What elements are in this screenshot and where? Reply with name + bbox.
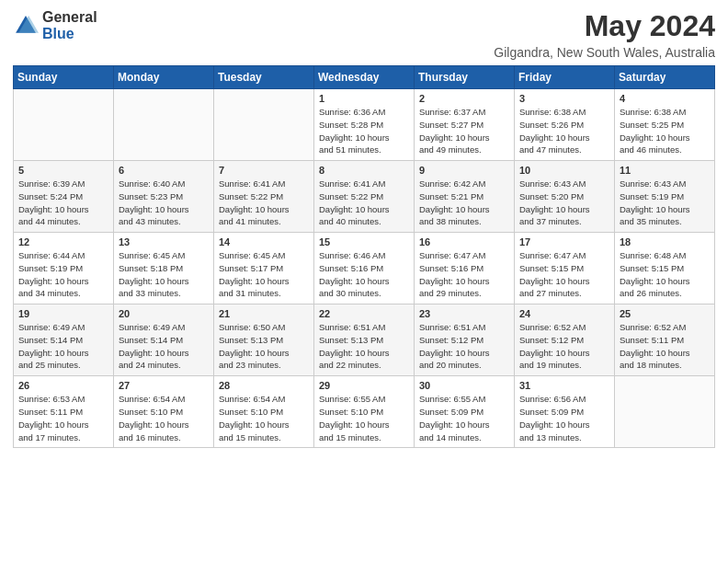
day-info: Sunrise: 6:48 AMSunset: 5:15 PMDaylight:… bbox=[620, 249, 710, 300]
table-row: 30Sunrise: 6:55 AMSunset: 5:09 PMDayligh… bbox=[415, 376, 515, 448]
day-number: 15 bbox=[319, 236, 409, 247]
day-number: 18 bbox=[620, 236, 710, 247]
day-info: Sunrise: 6:46 AMSunset: 5:16 PMDaylight:… bbox=[319, 249, 409, 300]
day-number: 31 bbox=[519, 380, 609, 391]
day-info: Sunrise: 6:49 AMSunset: 5:14 PMDaylight:… bbox=[119, 321, 209, 372]
table-row: 18Sunrise: 6:48 AMSunset: 5:15 PMDayligh… bbox=[615, 233, 715, 304]
day-number: 10 bbox=[519, 165, 609, 176]
day-info: Sunrise: 6:37 AMSunset: 5:27 PMDaylight:… bbox=[419, 106, 509, 156]
col-monday: Monday bbox=[114, 66, 214, 89]
table-row: 11Sunrise: 6:43 AMSunset: 5:19 PMDayligh… bbox=[615, 161, 715, 233]
logo-text: General Blue bbox=[42, 9, 97, 41]
logo-icon bbox=[13, 13, 39, 39]
day-info: Sunrise: 6:56 AMSunset: 5:09 PMDaylight:… bbox=[519, 393, 609, 443]
day-info: Sunrise: 6:41 AMSunset: 5:22 PMDaylight:… bbox=[219, 178, 309, 228]
day-info: Sunrise: 6:55 AMSunset: 5:10 PMDaylight:… bbox=[319, 393, 409, 443]
table-row bbox=[14, 89, 114, 161]
day-number: 21 bbox=[219, 308, 309, 319]
table-row: 22Sunrise: 6:51 AMSunset: 5:13 PMDayligh… bbox=[314, 304, 415, 376]
day-number: 16 bbox=[419, 236, 509, 247]
table-row: 17Sunrise: 6:47 AMSunset: 5:15 PMDayligh… bbox=[515, 233, 615, 304]
day-number: 9 bbox=[419, 165, 509, 176]
table-row: 8Sunrise: 6:41 AMSunset: 5:22 PMDaylight… bbox=[314, 161, 415, 233]
day-info: Sunrise: 6:51 AMSunset: 5:12 PMDaylight:… bbox=[419, 321, 509, 372]
day-number: 2 bbox=[419, 93, 509, 104]
table-row bbox=[615, 376, 715, 448]
day-number: 13 bbox=[119, 236, 209, 247]
calendar-week-row: 5Sunrise: 6:39 AMSunset: 5:24 PMDaylight… bbox=[14, 161, 715, 233]
day-number: 6 bbox=[119, 165, 209, 176]
logo: General Blue bbox=[13, 9, 97, 41]
table-row: 27Sunrise: 6:54 AMSunset: 5:10 PMDayligh… bbox=[114, 376, 214, 448]
day-info: Sunrise: 6:45 AMSunset: 5:18 PMDaylight:… bbox=[119, 249, 209, 300]
calendar-week-row: 1Sunrise: 6:36 AMSunset: 5:28 PMDaylight… bbox=[14, 89, 715, 161]
day-number: 7 bbox=[219, 165, 309, 176]
title-area: May 2024 Gilgandra, New South Wales, Aus… bbox=[494, 9, 715, 60]
day-info: Sunrise: 6:43 AMSunset: 5:19 PMDaylight:… bbox=[620, 178, 710, 228]
table-row: 7Sunrise: 6:41 AMSunset: 5:22 PMDaylight… bbox=[214, 161, 314, 233]
day-number: 3 bbox=[519, 93, 609, 104]
day-number: 12 bbox=[18, 236, 108, 247]
calendar-week-row: 26Sunrise: 6:53 AMSunset: 5:11 PMDayligh… bbox=[14, 376, 715, 448]
header: General Blue May 2024 Gilgandra, New Sou… bbox=[13, 9, 715, 60]
table-row: 31Sunrise: 6:56 AMSunset: 5:09 PMDayligh… bbox=[515, 376, 615, 448]
day-info: Sunrise: 6:45 AMSunset: 5:17 PMDaylight:… bbox=[219, 249, 309, 300]
table-row: 19Sunrise: 6:49 AMSunset: 5:14 PMDayligh… bbox=[14, 304, 114, 376]
table-row: 9Sunrise: 6:42 AMSunset: 5:21 PMDaylight… bbox=[415, 161, 515, 233]
day-info: Sunrise: 6:40 AMSunset: 5:23 PMDaylight:… bbox=[119, 178, 209, 228]
day-number: 24 bbox=[519, 308, 609, 319]
day-number: 29 bbox=[319, 380, 409, 391]
col-saturday: Saturday bbox=[615, 66, 715, 89]
logo-blue-text: Blue bbox=[42, 26, 97, 42]
table-row: 1Sunrise: 6:36 AMSunset: 5:28 PMDaylight… bbox=[314, 89, 415, 161]
table-row: 16Sunrise: 6:47 AMSunset: 5:16 PMDayligh… bbox=[415, 233, 515, 304]
table-row: 12Sunrise: 6:44 AMSunset: 5:19 PMDayligh… bbox=[14, 233, 114, 304]
day-number: 14 bbox=[219, 236, 309, 247]
table-row: 10Sunrise: 6:43 AMSunset: 5:20 PMDayligh… bbox=[515, 161, 615, 233]
day-info: Sunrise: 6:36 AMSunset: 5:28 PMDaylight:… bbox=[319, 106, 409, 156]
table-row: 20Sunrise: 6:49 AMSunset: 5:14 PMDayligh… bbox=[114, 304, 214, 376]
day-number: 8 bbox=[319, 165, 409, 176]
day-info: Sunrise: 6:44 AMSunset: 5:19 PMDaylight:… bbox=[18, 249, 108, 300]
table-row: 13Sunrise: 6:45 AMSunset: 5:18 PMDayligh… bbox=[114, 233, 214, 304]
calendar-header-row: Sunday Monday Tuesday Wednesday Thursday… bbox=[14, 66, 715, 89]
day-number: 23 bbox=[419, 308, 509, 319]
day-info: Sunrise: 6:42 AMSunset: 5:21 PMDaylight:… bbox=[419, 178, 509, 228]
day-info: Sunrise: 6:52 AMSunset: 5:12 PMDaylight:… bbox=[519, 321, 609, 372]
table-row: 6Sunrise: 6:40 AMSunset: 5:23 PMDaylight… bbox=[114, 161, 214, 233]
day-info: Sunrise: 6:54 AMSunset: 5:10 PMDaylight:… bbox=[219, 393, 309, 443]
table-row: 2Sunrise: 6:37 AMSunset: 5:27 PMDaylight… bbox=[415, 89, 515, 161]
day-number: 30 bbox=[419, 380, 509, 391]
table-row: 5Sunrise: 6:39 AMSunset: 5:24 PMDaylight… bbox=[14, 161, 114, 233]
day-info: Sunrise: 6:39 AMSunset: 5:24 PMDaylight:… bbox=[18, 178, 108, 228]
table-row: 23Sunrise: 6:51 AMSunset: 5:12 PMDayligh… bbox=[415, 304, 515, 376]
day-number: 22 bbox=[319, 308, 409, 319]
table-row: 29Sunrise: 6:55 AMSunset: 5:10 PMDayligh… bbox=[314, 376, 415, 448]
day-info: Sunrise: 6:52 AMSunset: 5:11 PMDaylight:… bbox=[620, 321, 710, 372]
main-title: May 2024 bbox=[494, 9, 715, 43]
day-number: 26 bbox=[18, 380, 108, 391]
day-info: Sunrise: 6:53 AMSunset: 5:11 PMDaylight:… bbox=[18, 393, 108, 443]
table-row bbox=[214, 89, 314, 161]
col-wednesday: Wednesday bbox=[314, 66, 415, 89]
table-row: 26Sunrise: 6:53 AMSunset: 5:11 PMDayligh… bbox=[14, 376, 114, 448]
day-number: 11 bbox=[620, 165, 710, 176]
day-info: Sunrise: 6:50 AMSunset: 5:13 PMDaylight:… bbox=[219, 321, 309, 372]
day-number: 17 bbox=[519, 236, 609, 247]
day-number: 5 bbox=[18, 165, 108, 176]
day-info: Sunrise: 6:47 AMSunset: 5:16 PMDaylight:… bbox=[419, 249, 509, 300]
day-number: 28 bbox=[219, 380, 309, 391]
day-number: 20 bbox=[119, 308, 209, 319]
subtitle: Gilgandra, New South Wales, Australia bbox=[494, 45, 715, 60]
table-row: 25Sunrise: 6:52 AMSunset: 5:11 PMDayligh… bbox=[615, 304, 715, 376]
col-thursday: Thursday bbox=[415, 66, 515, 89]
day-info: Sunrise: 6:47 AMSunset: 5:15 PMDaylight:… bbox=[519, 249, 609, 300]
page: General Blue May 2024 Gilgandra, New Sou… bbox=[0, 0, 728, 461]
table-row: 14Sunrise: 6:45 AMSunset: 5:17 PMDayligh… bbox=[214, 233, 314, 304]
day-number: 1 bbox=[319, 93, 409, 104]
day-info: Sunrise: 6:54 AMSunset: 5:10 PMDaylight:… bbox=[119, 393, 209, 443]
table-row: 28Sunrise: 6:54 AMSunset: 5:10 PMDayligh… bbox=[214, 376, 314, 448]
day-info: Sunrise: 6:38 AMSunset: 5:25 PMDaylight:… bbox=[620, 106, 710, 156]
day-info: Sunrise: 6:55 AMSunset: 5:09 PMDaylight:… bbox=[419, 393, 509, 443]
day-info: Sunrise: 6:43 AMSunset: 5:20 PMDaylight:… bbox=[519, 178, 609, 228]
